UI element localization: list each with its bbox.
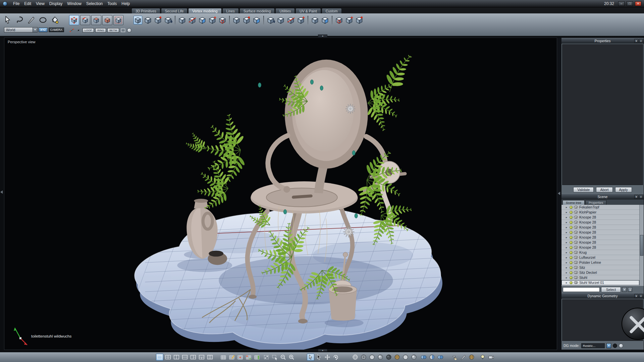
viewport-3d[interactable]: Perspective view bbox=[4, 38, 557, 350]
menu-window[interactable]: Window bbox=[65, 1, 84, 6]
abort-button[interactable]: Abort bbox=[596, 187, 612, 192]
validate-button[interactable]: Validate bbox=[573, 187, 594, 192]
single-view-icon[interactable] bbox=[156, 354, 163, 361]
tree-item-stuhl[interactable]: ▸Stuhl bbox=[561, 275, 639, 280]
face-select-mode-icon[interactable] bbox=[91, 15, 101, 25]
menu-view[interactable]: View bbox=[34, 1, 47, 6]
texture-ball-icon[interactable] bbox=[468, 354, 475, 361]
tab-scene-properties[interactable]: Properties bbox=[585, 200, 606, 205]
midpoint-icon[interactable] bbox=[76, 28, 81, 33]
tree-item-stuhl-wurzel[interactable]: ▸Stuhl Wurzel 01 bbox=[561, 280, 639, 285]
edge-endpoints-icon[interactable] bbox=[69, 28, 74, 33]
vertex-tool-icon-7[interactable] bbox=[198, 16, 207, 24]
vertex-tool-icon-10[interactable] bbox=[232, 16, 241, 24]
xyz-axis-button[interactable]: XYZ bbox=[39, 27, 48, 32]
vertex-tool-icon-19[interactable] bbox=[335, 16, 343, 24]
chevron-up-icon[interactable]: ▲ bbox=[628, 287, 632, 292]
panel-close-icon[interactable]: ✕ bbox=[639, 195, 643, 199]
visibility-eye-icon[interactable] bbox=[574, 256, 578, 259]
vertex-select-mode-icon[interactable] bbox=[69, 15, 79, 25]
vertex-tool-icon-16[interactable] bbox=[297, 16, 305, 24]
material-shading-icon[interactable] bbox=[402, 354, 409, 361]
visibility-eye-icon[interactable] bbox=[574, 251, 578, 254]
wireframe-globe-icon[interactable] bbox=[352, 354, 359, 361]
menu-selection[interactable]: Selection bbox=[84, 1, 105, 6]
expander-icon[interactable]: ▸ bbox=[566, 216, 568, 219]
region-zoom-icon[interactable] bbox=[271, 354, 278, 361]
chevron-down-icon[interactable]: ▼ bbox=[622, 287, 627, 292]
tab-lines[interactable]: Lines bbox=[222, 8, 239, 13]
tree-item-polster-lehne[interactable]: ▸Polster Lehne bbox=[561, 260, 639, 265]
paint-brush-icon[interactable] bbox=[460, 354, 467, 361]
selection-box-icon[interactable] bbox=[120, 28, 126, 33]
grid-green-icon[interactable] bbox=[253, 354, 261, 361]
panel-collapse-icon[interactable]: ▼ bbox=[634, 39, 638, 43]
object-name-input[interactable] bbox=[563, 287, 600, 292]
tree-item-sitz[interactable]: ▸Sitz bbox=[561, 265, 639, 270]
chevron-down-icon[interactable]: ▼ bbox=[33, 27, 37, 32]
expander-icon[interactable]: ▸ bbox=[566, 206, 568, 209]
textured-shading-icon[interactable] bbox=[393, 354, 401, 361]
vertex-tool-icon-14[interactable] bbox=[276, 16, 285, 24]
visibility-eye-icon[interactable] bbox=[574, 236, 578, 239]
orbit-view-icon[interactable] bbox=[332, 354, 339, 361]
vertex-tool-icon-18[interactable] bbox=[321, 16, 329, 24]
visibility-eye-icon[interactable] bbox=[574, 241, 578, 244]
edge-select-mode-icon[interactable] bbox=[80, 15, 90, 25]
tree-item-sitz-deckel[interactable]: ▸Sitz Deckel bbox=[561, 270, 639, 275]
scrollbar-thumb[interactable] bbox=[640, 235, 643, 256]
smoothing-range-icon[interactable] bbox=[420, 354, 427, 361]
paint-select-icon[interactable] bbox=[27, 15, 36, 24]
pick-cursor-icon[interactable] bbox=[315, 354, 323, 361]
tree-item-knospe[interactable]: ▸Knospe 28 bbox=[561, 235, 639, 240]
visibility-eye-icon[interactable] bbox=[574, 281, 578, 284]
expander-icon[interactable]: ▸ bbox=[566, 281, 568, 284]
grid-edit-icon[interactable] bbox=[228, 354, 235, 361]
smoothing-split-icon[interactable] bbox=[428, 354, 436, 361]
vertex-tool-icon-2[interactable] bbox=[144, 16, 152, 24]
tab-uv-paint[interactable]: UV & Paint bbox=[296, 8, 321, 13]
tab-surface-modeling[interactable]: Surface modeling bbox=[239, 8, 275, 13]
tab-utilities[interactable]: Utilities bbox=[275, 8, 295, 13]
menu-edit[interactable]: Edit bbox=[22, 1, 34, 6]
group-select-mode-icon[interactable] bbox=[113, 15, 123, 25]
vertex-tool-icon-4[interactable] bbox=[164, 16, 172, 24]
vertex-tool-icon-3[interactable] bbox=[154, 16, 162, 24]
vertex-tool-icon-13[interactable] bbox=[266, 16, 275, 24]
visibility-eye-icon[interactable] bbox=[574, 271, 578, 274]
world-space-dropdown[interactable]: World ▼ bbox=[4, 27, 38, 33]
quad-view-icon[interactable] bbox=[164, 354, 172, 361]
select-button[interactable]: Select bbox=[601, 287, 621, 292]
camera-button[interactable]: CAMERA bbox=[49, 27, 64, 32]
pan-view-icon[interactable] bbox=[324, 354, 331, 361]
vertex-tool-icon-17[interactable] bbox=[311, 16, 319, 24]
expander-icon[interactable]: ▸ bbox=[566, 261, 568, 264]
panel-collapse-icon[interactable]: ▼ bbox=[634, 294, 638, 298]
smoothing-pair-icon[interactable] bbox=[437, 354, 444, 361]
tree-item-knospe[interactable]: ▸Knospe 28 bbox=[561, 220, 639, 225]
chevron-down-icon[interactable]: ▼ bbox=[606, 343, 611, 348]
tree-item-klohpapier[interactable]: ▸KlohPapier bbox=[561, 210, 639, 215]
scene-tree-scrollbar[interactable] bbox=[639, 205, 644, 286]
vertex-tool-icon-15[interactable] bbox=[286, 16, 295, 24]
maximize-button[interactable]: □ bbox=[627, 1, 633, 6]
tree-item-knospe[interactable]: ▸Knospe 28 bbox=[561, 245, 639, 250]
visibility-eye-icon[interactable] bbox=[574, 206, 578, 208]
tree-item-luftwurzel[interactable]: ▸Luftwurzel bbox=[561, 255, 639, 260]
column-view-icon[interactable] bbox=[206, 354, 214, 361]
vertex-tool-icon-12[interactable] bbox=[252, 16, 261, 24]
vertex-tool-icon-11[interactable] bbox=[242, 16, 251, 24]
dg-toggle-light-icon[interactable] bbox=[619, 344, 623, 348]
three-view-bottom-icon[interactable] bbox=[198, 354, 205, 361]
expander-icon[interactable]: ▸ bbox=[566, 276, 568, 279]
tab-second-life[interactable]: Second Life bbox=[161, 8, 187, 13]
light-bulb-icon[interactable] bbox=[479, 354, 486, 361]
expander-icon[interactable]: ▸ bbox=[566, 241, 568, 244]
ghost-shading-icon[interactable] bbox=[410, 354, 418, 361]
smooth-shading-icon[interactable] bbox=[377, 354, 384, 361]
tree-item-krug[interactable]: ▸Krug bbox=[561, 250, 639, 255]
menu-help[interactable]: Help bbox=[119, 1, 132, 6]
visibility-eye-icon[interactable] bbox=[574, 226, 578, 229]
menu-tools[interactable]: Tools bbox=[105, 1, 119, 6]
menu-display[interactable]: Display bbox=[47, 1, 65, 6]
